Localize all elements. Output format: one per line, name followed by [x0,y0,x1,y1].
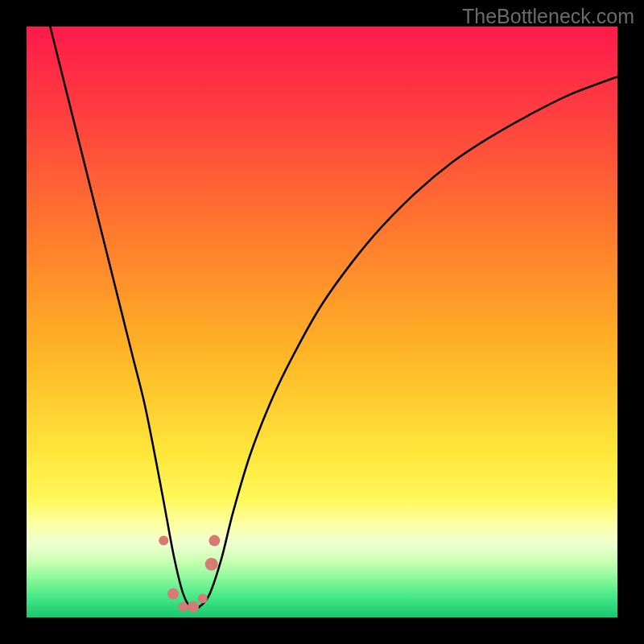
curve-marker [208,535,220,547]
curve-marker [167,588,179,600]
chart-svg [27,27,617,617]
curve-marker [188,601,199,613]
curve-marker [205,558,218,571]
curve-marker [198,594,208,604]
plot-area [27,27,617,617]
bottleneck-curve [50,27,617,609]
curve-markers [159,535,220,613]
curve-marker [179,602,188,612]
curve-marker [159,536,168,546]
outer-frame: TheBottleneck.com [0,0,644,644]
watermark-text: TheBottleneck.com [462,5,634,28]
